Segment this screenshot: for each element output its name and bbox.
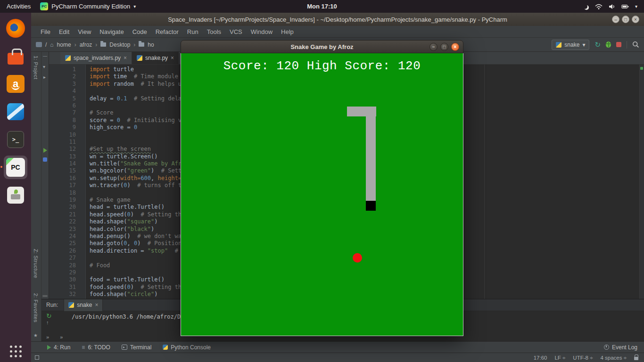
sidebar-item-structure[interactable]: Z: Structure xyxy=(33,249,39,278)
line-number: 1 xyxy=(49,66,76,73)
indent-widget[interactable]: 4 spaces ÷ xyxy=(600,355,627,361)
game-canvas: Score: 120 High Score: 120 xyxy=(181,53,463,336)
stop-button[interactable] xyxy=(616,42,621,47)
menu-edit[interactable]: Edit xyxy=(55,27,73,36)
menu-run[interactable]: Run xyxy=(183,27,202,36)
home-icon: ⌂ xyxy=(50,41,53,48)
collapse-icons[interactable]: » » xyxy=(46,334,67,340)
menu-help[interactable]: Help xyxy=(277,27,297,36)
maximize-button[interactable]: □ xyxy=(440,43,448,51)
tab-snake[interactable]: snake.py × xyxy=(132,52,179,64)
folder-icon xyxy=(139,42,144,47)
encoding-widget[interactable]: UTF-8 ÷ xyxy=(573,355,593,361)
wifi-icon xyxy=(595,4,603,9)
line-number: 8 xyxy=(49,117,76,124)
breadcrumb-home[interactable]: home xyxy=(57,41,71,48)
dock-item-software[interactable] xyxy=(4,44,27,68)
error-stripe[interactable] xyxy=(639,65,644,299)
menu-navigate[interactable]: Navigate xyxy=(96,27,127,36)
chevron-down-icon: ▾ xyxy=(635,4,637,9)
tab-space-invaders[interactable]: space_invaders.py × xyxy=(60,52,132,64)
line-ending-widget[interactable]: LF ÷ xyxy=(554,355,565,361)
rerun-button[interactable]: ↻ xyxy=(594,41,601,48)
line-number: 27 xyxy=(49,255,76,262)
close-icon[interactable]: × xyxy=(124,55,127,61)
python-file-icon xyxy=(65,55,71,61)
project-panel-sliver: — ▾ ▸ xyxy=(41,52,49,299)
dock-item-screenshot[interactable] xyxy=(4,183,27,207)
menu-code[interactable]: Code xyxy=(129,27,151,36)
line-number: 20 xyxy=(49,204,76,211)
breadcrumb-desktop[interactable]: Desktop xyxy=(109,41,130,48)
line-number: 10 xyxy=(49,132,76,139)
line-number: 9 xyxy=(49,124,76,131)
left-tool-stripe: 1: Project Z: Structure 2: Favorites ★ xyxy=(31,52,41,341)
line-number: 3 xyxy=(49,81,76,88)
menu-view[interactable]: View xyxy=(74,27,95,36)
tree-expand-icon[interactable]: ▾ xyxy=(43,64,45,69)
toolbar-item-todo[interactable]: ≡ 6: TODO xyxy=(82,344,110,351)
run-tab-label: snake xyxy=(77,302,92,308)
tool-window-bar: 4: Run ≡ 6: TODO Terminal Python Console… xyxy=(31,341,644,353)
line-number: 2 xyxy=(49,73,76,80)
tool-window-switcher-icon[interactable] xyxy=(35,355,39,360)
close-button[interactable]: × xyxy=(451,43,459,51)
sidebar-item-project[interactable]: 1: Project xyxy=(33,56,39,79)
menu-file[interactable]: File xyxy=(37,27,54,36)
focused-app-menu[interactable]: PC PyCharm Community Edition ▾ xyxy=(40,2,136,10)
minimize-button[interactable]: – xyxy=(612,16,619,23)
hide-panel-icon[interactable]: — xyxy=(43,54,47,58)
close-icon[interactable]: × xyxy=(95,302,98,308)
line-number: 21 xyxy=(49,211,76,218)
ide-title-bar[interactable]: Space_Invaders [~/PycharmProjects/Space_… xyxy=(31,13,644,26)
close-icon[interactable]: × xyxy=(171,55,174,61)
game-title-bar[interactable]: Snake Game by Afroz – □ × xyxy=(181,40,463,53)
close-button[interactable]: × xyxy=(632,16,639,23)
python-file-icon xyxy=(68,302,74,308)
event-log-button[interactable]: Event Log xyxy=(604,344,637,351)
run-configuration-select[interactable]: snake ▾ xyxy=(552,40,589,50)
food xyxy=(353,253,362,263)
line-number: 19 xyxy=(49,197,76,204)
search-icon[interactable] xyxy=(632,41,639,48)
debug-button[interactable] xyxy=(606,41,611,48)
maximize-button[interactable]: □ xyxy=(622,16,629,23)
lock-icon[interactable] xyxy=(634,357,638,360)
dock: a >_ PC xyxy=(0,13,31,362)
menu-tools[interactable]: Tools xyxy=(203,27,225,36)
menu-refactor[interactable]: Refactor xyxy=(152,27,182,36)
sidebar-item-favorites[interactable]: 2: Favorites xyxy=(33,293,39,322)
breadcrumb-next[interactable]: ho xyxy=(148,41,154,48)
terminal-icon: >_ xyxy=(7,131,24,148)
breadcrumb-root[interactable]: / xyxy=(45,41,47,48)
run-tab-snake[interactable]: snake × xyxy=(64,299,103,311)
toolbar-item-python-console[interactable]: Python Console xyxy=(163,344,211,351)
tree-collapse-icon[interactable]: ▸ xyxy=(43,74,46,80)
dock-item-firefox[interactable] xyxy=(4,16,27,40)
terminal-icon xyxy=(122,345,127,350)
run-panel-label: Run: xyxy=(46,302,58,308)
dock-item-vscode[interactable] xyxy=(4,100,27,123)
line-number: 25 xyxy=(49,240,76,247)
toolbar-item-terminal-label: Terminal xyxy=(130,344,151,351)
horizontal-scrollbar[interactable] xyxy=(42,295,48,297)
dock-item-pycharm[interactable]: PC xyxy=(4,156,27,179)
right-margin-guide xyxy=(484,65,485,299)
toolbar-item-terminal[interactable]: Terminal xyxy=(122,344,151,351)
up-stack-trace-icon[interactable]: ↑ xyxy=(46,320,49,325)
dock-item-amazon[interactable]: a xyxy=(4,72,27,96)
rerun-icon[interactable]: ↻ xyxy=(46,313,52,319)
breadcrumb-afroz[interactable]: afroz xyxy=(80,41,92,48)
toolbar-item-run[interactable]: 4: Run xyxy=(47,344,70,351)
menu-vcs[interactable]: VCS xyxy=(226,27,246,36)
line-number: 32 xyxy=(49,291,76,298)
minimize-button[interactable]: – xyxy=(429,43,438,51)
activities-button[interactable]: Activities xyxy=(7,3,31,10)
menu-window[interactable]: Window xyxy=(247,27,276,36)
show-applications-button[interactable] xyxy=(10,346,22,357)
caret-position[interactable]: 17:60 xyxy=(534,355,547,361)
system-status-area[interactable]: ▾ xyxy=(583,4,637,9)
line-number: 30 xyxy=(49,276,76,283)
ide-window-buttons: – □ × xyxy=(612,16,639,23)
dock-item-terminal[interactable]: >_ xyxy=(4,128,27,151)
